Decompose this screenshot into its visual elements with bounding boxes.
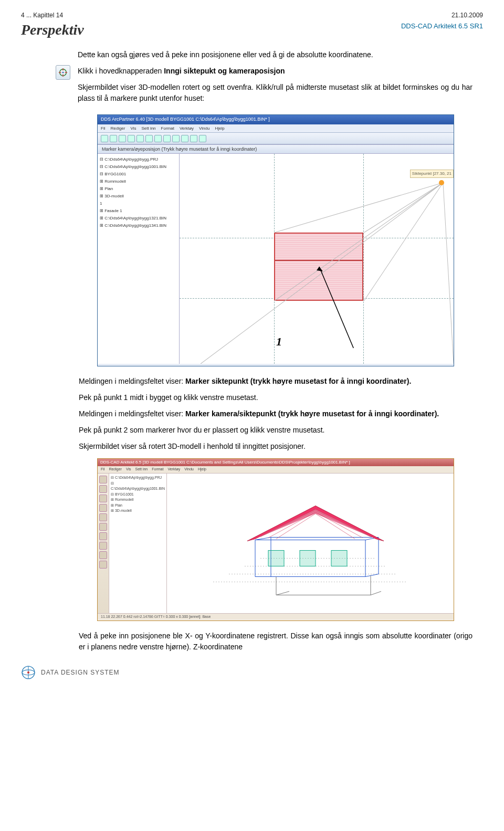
menubar-2: Fil Rediger Vis Sett inn Format Verktøy …: [98, 466, 454, 474]
svg-rect-21: [268, 551, 284, 566]
svg-line-30: [316, 512, 363, 538]
paragraph-4: Meldingen i meldingsfeltet viser: Marker…: [79, 376, 472, 387]
svg-rect-22: [300, 551, 316, 566]
svg-line-7: [364, 183, 443, 233]
svg-point-37: [27, 671, 29, 674]
canvas-3d: [167, 474, 454, 613]
svg-line-33: [371, 592, 381, 595]
project-tree-2: ⊟ C:\Dds64\Ap\bygg\bygg.PRJ ⊟ C:\Dds64\A…: [109, 474, 167, 613]
svg-line-9: [364, 183, 443, 301]
camera-position-icon: [56, 65, 70, 80]
callout-1: 1: [276, 333, 282, 350]
menubar: Fil Rediger Vis Sett inn Format Verktøy …: [98, 124, 454, 133]
svg-point-5: [62, 72, 64, 73]
svg-marker-25: [255, 510, 376, 539]
footer: DATA DESIGN SYSTEM: [21, 665, 483, 680]
paragraph-9: Ved å peke inn posisjonene ble X- og Y-k…: [79, 630, 472, 653]
vertical-toolstrip: [98, 474, 109, 613]
page-title: Perspektiv: [21, 19, 84, 41]
page-date: 21.10.2009: [452, 12, 483, 19]
footer-logo: [21, 665, 36, 680]
status-bar-2: 11.18 22.267 0.442 rot=2.14786 GITT= 0.3…: [98, 613, 454, 619]
svg-line-6: [275, 183, 443, 233]
eye-point-label: Siktepunkt [27.30, 21: [410, 170, 454, 178]
message-bar: Marker kamera/øyeposisjon (Trykk høyre m…: [98, 144, 454, 154]
svg-line-27: [268, 512, 316, 538]
canvas-topview: Siktepunkt [27.30, 21: [180, 154, 454, 364]
screenshot-2: DDS-CAD Arkitekt 6.5 [3D modell BYGG1001…: [97, 458, 454, 621]
screenshot-1: DDS ArcPartner 6.40 [3D modell BYGG1001 …: [97, 114, 454, 366]
footer-text: DATA DESIGN SYSTEM: [41, 668, 120, 677]
window-titlebar-2: DDS-CAD Arkitekt 6.5 [3D modell BYGG1001…: [98, 459, 454, 466]
window-titlebar: DDS ArcPartner 6.40 [3D modell BYGG1001 …: [98, 115, 454, 124]
status-bar: 19.200 15.300 0.000 GITT= 0.300 x 0.300 …: [98, 364, 454, 366]
paragraph-8: Skjermbildet viser så rotert 3D-modell i…: [79, 441, 472, 452]
paragraph-2: Klikk i hovedknapperaden Inngi siktepukt…: [78, 66, 472, 77]
paragraph-5: Pek på punkt 1 midt i bygget og klikk ve…: [79, 392, 472, 403]
brand-label: DDS-CAD Arkitekt 6.5 SR1: [401, 21, 483, 31]
svg-line-26: [260, 511, 316, 537]
page-header: 4 ... Kapittel 14 Perspektiv 21.10.2009 …: [21, 10, 483, 41]
paragraph-6: Meldingen i meldingsfeltet viser: Marker…: [79, 408, 472, 419]
svg-rect-23: [331, 551, 347, 566]
toolbar: [98, 133, 454, 144]
paragraph-7: Pek på punkt 2 som markerer hvor du er p…: [79, 425, 472, 436]
project-tree: ⊟ C:\Dds64\Ap\bygg\bygg.PRJ ⊟ C:\Dds64\A…: [98, 154, 180, 364]
svg-line-20: [365, 574, 379, 577]
svg-line-29: [316, 511, 371, 537]
paragraph-3: Skjermbildet viser 3D-modellen rotert og…: [78, 82, 472, 104]
svg-line-32: [276, 592, 289, 595]
building-footprint: [274, 233, 363, 301]
paragraph-1: Dette kan også gjøres ved å peke inn pos…: [78, 49, 472, 60]
page-ref: 4 ... Kapittel 14: [21, 12, 63, 19]
svg-line-11: [443, 183, 454, 364]
eye-point: [439, 180, 444, 185]
